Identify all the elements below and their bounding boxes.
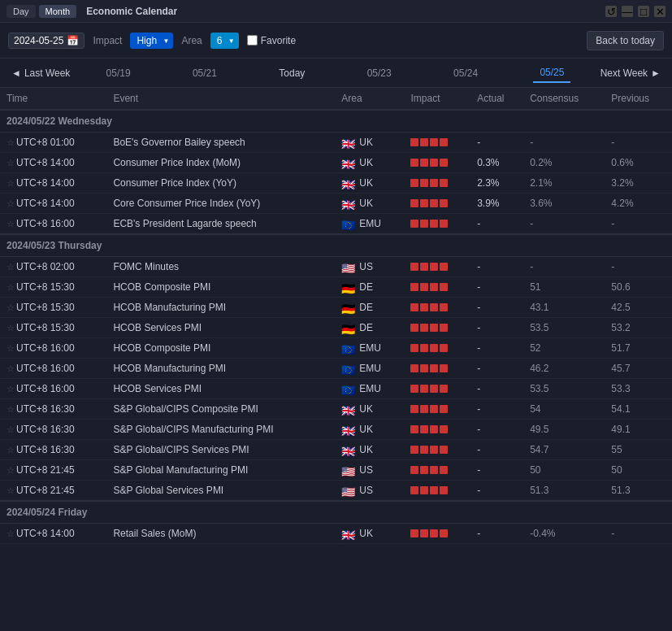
impact-bars — [410, 529, 464, 537]
day-tab-0523[interactable]: 05/23 — [361, 64, 398, 82]
table-row[interactable]: ☆UTC+8 02:00FOMC Minutes🇺🇸US--- — [0, 257, 672, 277]
impact-dropdown-wrap[interactable]: High — [130, 33, 173, 49]
star-icon[interactable]: ☆ — [7, 158, 15, 168]
table-row[interactable]: ☆UTC+8 21:45S&P Global Services PMI🇺🇸US-… — [0, 481, 672, 502]
star-icon[interactable]: ☆ — [7, 323, 15, 333]
table-row[interactable]: ☆UTC+8 14:00Consumer Price Index (MoM)🇬🇧… — [0, 153, 672, 173]
impact-bars — [410, 324, 464, 332]
star-icon[interactable]: ☆ — [7, 137, 15, 147]
maximize-btn[interactable]: □ — [638, 6, 649, 17]
star-icon[interactable]: ☆ — [7, 445, 15, 455]
star-icon[interactable]: ☆ — [7, 529, 15, 538]
table-row[interactable]: ☆UTC+8 14:00Consumer Price Index (YoY)🇬🇧… — [0, 173, 672, 194]
area-dropdown-wrap[interactable]: 6 — [210, 33, 239, 49]
table-row[interactable]: ☆UTC+8 14:00Retail Sales (MoM)🇬🇧UK--0.4%… — [0, 524, 672, 544]
cell-actual: - — [470, 420, 523, 440]
section-header: 2024/05/23 Thursday — [0, 234, 672, 257]
table-row[interactable]: ☆UTC+8 15:30HCOB Composite PMI🇩🇪DE-5150.… — [0, 277, 672, 298]
impact-bar — [440, 283, 448, 291]
star-icon[interactable]: ☆ — [7, 282, 15, 292]
cell-impact — [404, 460, 470, 481]
table-row[interactable]: ☆UTC+8 16:00HCOB Manufacturing PMI🇪🇺EMU-… — [0, 359, 672, 379]
cell-actual: - — [470, 524, 523, 544]
prev-week-btn[interactable]: ◄ Last Week — [7, 64, 75, 82]
impact-bar — [430, 425, 438, 433]
star-icon[interactable]: ☆ — [7, 363, 15, 373]
day-tab-0521[interactable]: 05/21 — [186, 64, 223, 82]
impact-bar — [430, 283, 438, 291]
impact-bar — [440, 529, 448, 537]
star-icon[interactable]: ☆ — [7, 178, 15, 188]
minimize-btn[interactable]: — — [622, 6, 633, 17]
table-row[interactable]: ☆UTC+8 16:00HCOB Services PMI🇪🇺EMU-53.55… — [0, 379, 672, 399]
flag-icon: 🇬🇧 — [341, 198, 356, 208]
table-row[interactable]: ☆UTC+8 16:30S&P Global/CIPS Services PMI… — [0, 440, 672, 460]
cell-actual: 3.9% — [470, 194, 523, 214]
star-icon[interactable]: ☆ — [7, 219, 15, 228]
favorite-filter[interactable]: Favorite — [247, 35, 296, 46]
flag-icon: 🇩🇪 — [341, 282, 356, 292]
impact-dropdown[interactable]: High — [130, 33, 173, 49]
area-dropdown[interactable]: 6 — [210, 33, 239, 49]
impact-bar — [420, 486, 428, 494]
impact-bar — [440, 425, 448, 433]
star-icon[interactable]: ☆ — [7, 198, 15, 208]
cell-previous: 50 — [605, 460, 672, 481]
star-icon[interactable]: ☆ — [7, 302, 15, 312]
refresh-btn[interactable]: ↺ — [605, 6, 617, 17]
star-icon[interactable]: ☆ — [7, 404, 15, 414]
tab-month[interactable]: Month — [39, 5, 77, 18]
flag-icon: 🇬🇧 — [341, 404, 356, 414]
table-row[interactable]: ☆UTC+8 14:00Core Consumer Price Index (Y… — [0, 194, 672, 214]
table-row[interactable]: ☆UTC+8 15:30HCOB Manufacturing PMI🇩🇪DE-4… — [0, 298, 672, 318]
cell-impact — [404, 338, 470, 359]
star-icon[interactable]: ☆ — [7, 384, 15, 394]
calendar-icon[interactable]: 📅 — [67, 35, 79, 46]
close-btn[interactable]: ✕ — [654, 6, 665, 17]
day-tab-0524[interactable]: 05/24 — [447, 64, 484, 82]
cell-actual: - — [470, 379, 523, 399]
impact-bar — [440, 486, 448, 494]
area-code: UK — [359, 198, 373, 209]
cell-impact — [404, 379, 470, 399]
star-icon[interactable]: ☆ — [7, 485, 15, 495]
table-row[interactable]: ☆UTC+8 01:00BoE's Governor Bailey speech… — [0, 133, 672, 153]
star-icon[interactable]: ☆ — [7, 424, 15, 434]
view-tabs[interactable]: Day Month — [7, 5, 76, 18]
star-icon[interactable]: ☆ — [7, 262, 15, 272]
day-tab-today[interactable]: Today — [272, 64, 311, 82]
cell-consensus: - — [523, 214, 605, 235]
table-row[interactable]: ☆UTC+8 16:30S&P Global/CIPS Composite PM… — [0, 399, 672, 420]
table-row[interactable]: ☆UTC+8 16:00HCOB Composite PMI🇪🇺EMU-5251… — [0, 338, 672, 359]
window-controls[interactable]: ↺ — □ ✕ — [605, 6, 665, 17]
star-icon[interactable]: ☆ — [7, 465, 15, 475]
day-tab-0519[interactable]: 05/19 — [100, 64, 137, 82]
impact-bar — [430, 364, 438, 372]
favorite-checkbox[interactable] — [247, 35, 258, 46]
tab-day[interactable]: Day — [7, 5, 36, 18]
table-row[interactable]: ☆UTC+8 16:00ECB's President Lagarde spee… — [0, 214, 672, 235]
cell-time: ☆UTC+8 21:45 — [0, 460, 106, 481]
impact-bar — [430, 529, 438, 537]
impact-bar — [420, 199, 428, 207]
table-row[interactable]: ☆UTC+8 21:45S&P Global Manufacturing PMI… — [0, 460, 672, 481]
next-week-btn[interactable]: Next Week ► — [596, 64, 665, 82]
cell-time: ☆UTC+8 02:00 — [0, 257, 106, 277]
impact-bar — [430, 486, 438, 494]
cell-event: Consumer Price Index (MoM) — [106, 153, 335, 173]
impact-bar — [410, 425, 418, 433]
star-icon[interactable]: ☆ — [7, 343, 15, 353]
impact-bar — [430, 466, 438, 474]
area-code: EMU — [359, 383, 381, 394]
impact-bar — [420, 179, 428, 187]
cell-area: 🇪🇺EMU — [335, 214, 404, 235]
back-to-today-btn[interactable]: Back to today — [587, 31, 664, 50]
cell-consensus: 52 — [523, 338, 605, 359]
area-code: DE — [359, 281, 373, 293]
table-row[interactable]: ☆UTC+8 16:30S&P Global/CIPS Manufacturin… — [0, 420, 672, 440]
cell-time: ☆UTC+8 16:00 — [0, 359, 106, 379]
cell-impact — [404, 399, 470, 420]
day-tab-0525[interactable]: 05/25 — [533, 63, 570, 83]
table-row[interactable]: ☆UTC+8 15:30HCOB Services PMI🇩🇪DE-53.553… — [0, 318, 672, 338]
date-picker[interactable]: 2024-05-25 📅 — [8, 33, 85, 49]
